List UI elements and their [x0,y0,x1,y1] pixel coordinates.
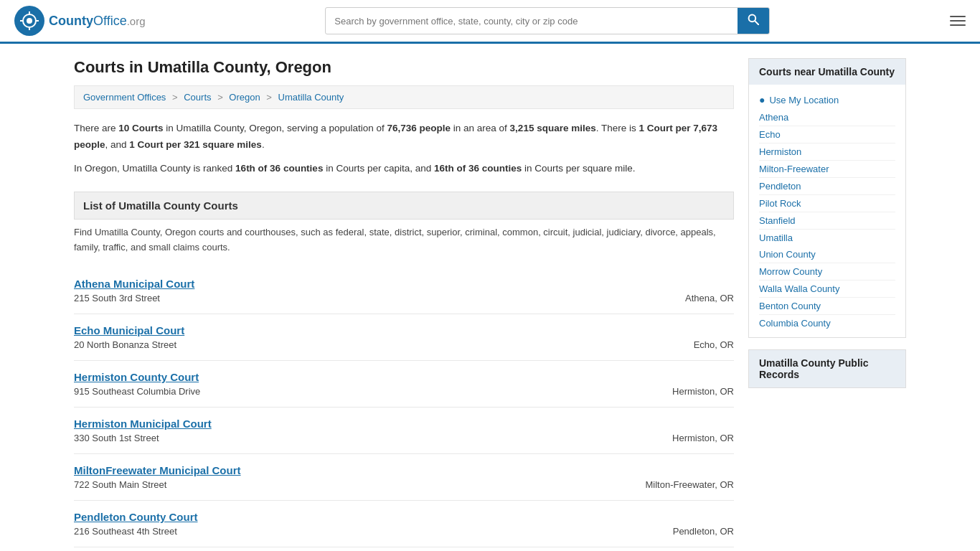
court-name-link[interactable]: Echo Municipal Court [74,324,734,336]
sidebar: Courts near Umatilla County ● Use My Loc… [748,58,906,547]
court-item: Echo Municipal Court 20 North Bonanza St… [74,314,734,361]
sidebar-city-link[interactable]: Milton-Freewater [759,161,895,178]
population: 76,736 people [387,123,451,133]
breadcrumb-government-offices[interactable]: Government Offices [83,92,166,103]
sidebar-public-records-header: Umatilla County Public Records [749,350,905,387]
court-address: 215 South 3rd Street [74,293,160,303]
sidebar-county-link[interactable]: Columbia County [759,315,895,331]
sidebar-cities: AthenaEchoHermistonMilton-FreewaterPendl… [759,109,895,246]
court-item: Pendleton County Court 216 Southeast 4th… [74,501,734,547]
court-row: 915 Southeast Columbia Drive Hermiston, … [74,386,734,397]
content-area: Courts in Umatilla County, Oregon Govern… [74,58,734,547]
court-city: Pendleton, OR [619,526,734,537]
search-input[interactable] [326,10,738,32]
sidebar-nearby: Courts near Umatilla County ● Use My Loc… [748,58,906,338]
sidebar-city-link[interactable]: Stanfield [759,212,895,230]
sidebar-county-link[interactable]: Union County [759,246,895,263]
court-item: Athena Municipal Court 215 South 3rd Str… [74,268,734,314]
court-row: 215 South 3rd Street Athena, OR [74,293,734,303]
sidebar-city-link[interactable]: Pendleton [759,178,895,195]
sidebar-public-records: Umatilla County Public Records [748,349,906,388]
breadcrumb: Government Offices > Courts > Oregon > U… [74,85,734,109]
court-list: Athena Municipal Court 215 South 3rd Str… [74,268,734,547]
logo-text: CountyOffice.org [49,14,146,29]
main-content: Courts in Umatilla County, Oregon Govern… [60,44,920,551]
court-name-link[interactable]: Hermiston County Court [74,371,734,383]
court-address: 20 North Bonanza Street [74,339,176,350]
logo-icon [14,6,44,36]
svg-line-8 [755,21,759,24]
breadcrumb-sep-1: > [172,92,178,103]
logo-area: CountyOffice.org [14,6,146,36]
breadcrumb-sep-2: > [217,92,223,103]
court-name-link[interactable]: Athena Municipal Court [74,278,734,290]
court-address: 216 Southeast 4th Street [74,526,177,537]
court-row: 722 South Main Street Milton-Freewater, … [74,479,734,490]
court-row: 330 South 1st Street Hermiston, OR [74,433,734,443]
svg-point-2 [27,18,32,24]
court-item: MiltonFreewater Municipal Court 722 Sout… [74,454,734,501]
sidebar-counties: Union CountyMorrow CountyWalla Walla Cou… [759,246,895,331]
sidebar-county-link[interactable]: Morrow County [759,263,895,281]
per-area: 1 Court per 321 square miles [129,139,262,150]
court-city: Athena, OR [619,293,734,303]
rank-1: 16th of 36 counties [235,163,323,174]
court-city: Hermiston, OR [619,433,734,443]
location-icon: ● [759,94,765,105]
court-address: 330 South 1st Street [74,433,159,443]
intro-paragraph-2: In Oregon, Umatilla County is ranked 16t… [74,161,734,177]
list-section-header: List of Umatilla County Courts [74,192,734,220]
header: CountyOffice.org [0,0,980,44]
court-name-link[interactable]: Hermiston Municipal Court [74,418,734,430]
menu-button[interactable] [950,13,966,29]
court-address: 722 South Main Street [74,479,166,490]
court-name-link[interactable]: Pendleton County Court [74,511,734,523]
breadcrumb-sep-3: > [266,92,272,103]
use-my-location-label: Use My Location [769,95,839,105]
court-city: Echo, OR [619,339,734,350]
sidebar-city-link[interactable]: Athena [759,109,895,126]
sidebar-nearby-header: Courts near Umatilla County [749,59,905,85]
rank-2: 16th of 36 counties [434,163,522,174]
sidebar-city-link[interactable]: Pilot Rock [759,195,895,212]
court-address: 915 Southeast Columbia Drive [74,386,200,397]
courts-count: 10 Courts [118,123,163,133]
sidebar-nearby-list: ● Use My Location AthenaEchoHermistonMil… [749,85,905,337]
court-item: Hermiston Municipal Court 330 South 1st … [74,408,734,454]
search-bar [325,7,770,34]
breadcrumb-oregon[interactable]: Oregon [229,92,260,103]
court-city: Hermiston, OR [619,386,734,397]
search-button[interactable] [738,8,769,34]
sidebar-city-link[interactable]: Echo [759,126,895,143]
find-text: Find Umatilla County, Oregon courts and … [74,225,734,255]
court-item: Hermiston County Court 915 Southeast Col… [74,361,734,408]
sidebar-city-link[interactable]: Umatilla [759,230,895,246]
area: 3,215 square miles [510,123,596,133]
use-my-location-link[interactable]: ● Use My Location [759,90,895,109]
sidebar-city-link[interactable]: Hermiston [759,143,895,161]
court-city: Milton-Freewater, OR [619,479,734,490]
sidebar-county-link[interactable]: Walla Walla County [759,281,895,298]
sidebar-county-link[interactable]: Benton County [759,298,895,315]
court-row: 20 North Bonanza Street Echo, OR [74,339,734,350]
intro-paragraph-1: There are 10 Courts in Umatilla County, … [74,121,734,154]
breadcrumb-courts[interactable]: Courts [184,92,211,103]
page-title: Courts in Umatilla County, Oregon [74,58,734,77]
breadcrumb-umatilla-county[interactable]: Umatilla County [278,92,344,103]
court-row: 216 Southeast 4th Street Pendleton, OR [74,526,734,537]
court-name-link[interactable]: MiltonFreewater Municipal Court [74,464,734,476]
